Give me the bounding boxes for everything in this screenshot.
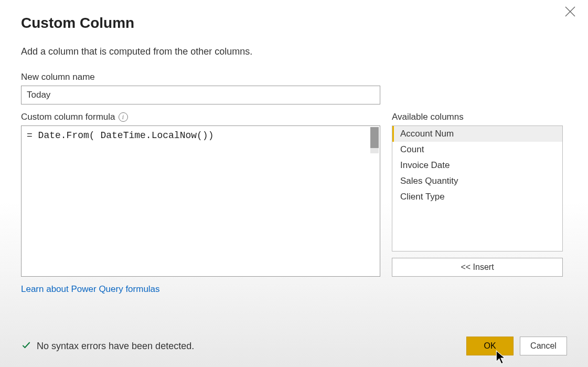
formula-label-text: Custom column formula (21, 112, 115, 122)
column-name-input[interactable] (21, 86, 380, 104)
check-icon (21, 340, 31, 353)
formula-text: = Date.From( DateTime.LocalNow()) (27, 130, 213, 141)
cancel-button[interactable]: Cancel (520, 337, 567, 355)
formula-input[interactable]: = Date.From( DateTime.LocalNow()) (21, 125, 380, 277)
dialog-footer: No syntax errors have been detected. OK … (21, 337, 567, 355)
learn-link[interactable]: Learn about Power Query formulas (21, 284, 160, 295)
available-columns-label: Available columns (392, 112, 567, 122)
scrollbar-thumb[interactable] (370, 127, 379, 148)
available-column-item[interactable]: Sales Quantity (392, 173, 562, 189)
insert-button[interactable]: << Insert (392, 258, 563, 277)
dialog-title: Custom Column (21, 15, 567, 32)
available-column-item[interactable]: Client Type (392, 189, 562, 205)
formula-label: Custom column formula i (21, 112, 380, 122)
ok-button[interactable]: OK (466, 337, 514, 355)
available-column-item[interactable]: Account Num (392, 126, 562, 142)
column-name-label: New column name (21, 72, 567, 82)
button-row: OK Cancel (466, 337, 567, 355)
available-column-item[interactable]: Invoice Date (392, 158, 562, 173)
syntax-status: No syntax errors have been detected. (21, 340, 194, 353)
status-text: No syntax errors have been detected. (37, 341, 194, 352)
dialog-subtitle: Add a column that is computed from the o… (21, 46, 567, 57)
info-icon[interactable]: i (119, 112, 128, 122)
custom-column-dialog: Custom Column Add a column that is compu… (0, 0, 588, 367)
close-icon (564, 5, 576, 18)
available-column-item[interactable]: Count (392, 142, 562, 158)
available-columns-list[interactable]: Account Num Count Invoice Date Sales Qua… (392, 125, 563, 251)
close-button[interactable] (564, 5, 576, 18)
